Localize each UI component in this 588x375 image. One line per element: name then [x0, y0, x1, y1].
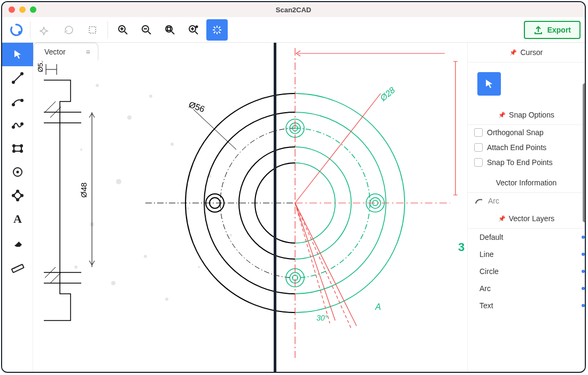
bezier-tool-button[interactable]: [2, 113, 33, 137]
svg-point-40: [230, 234, 232, 236]
svg-point-18: [20, 150, 22, 152]
svg-point-8: [12, 81, 14, 83]
svg-point-36: [165, 298, 168, 301]
label-a: A: [375, 302, 381, 311]
line-tool-button[interactable]: [2, 66, 33, 90]
svg-point-9: [21, 73, 23, 75]
zoom-fit-button[interactable]: [159, 19, 181, 41]
pin-icon[interactable]: 📌: [498, 112, 506, 119]
vector-info-arc: Arc: [468, 193, 585, 209]
close-icon[interactable]: [9, 6, 15, 13]
vector-info-header: Vector Information: [468, 173, 585, 193]
svg-rect-52: [274, 43, 276, 372]
cursor-select-button[interactable]: [477, 72, 501, 96]
svg-point-4: [166, 26, 172, 32]
tab-label: Vector: [44, 48, 66, 56]
app-logo-icon[interactable]: [6, 20, 26, 40]
circle-tool-button[interactable]: [2, 160, 33, 184]
svg-point-38: [74, 265, 78, 269]
rectangle-tool-button[interactable]: [2, 137, 33, 160]
zoom-out-button[interactable]: [136, 19, 157, 41]
text-tool-button[interactable]: A: [2, 207, 33, 231]
snap-orthogonal-checkbox[interactable]: Orthogonal Snap: [468, 125, 585, 140]
dim-28-label: Ø28: [378, 85, 397, 103]
dim-48-label: Ø48: [79, 183, 88, 198]
measure-tool-button[interactable]: [2, 254, 33, 278]
svg-point-26: [96, 84, 99, 87]
svg-point-27: [127, 115, 131, 120]
scrollbar[interactable]: [583, 83, 585, 222]
select-tool-button[interactable]: [2, 43, 33, 66]
svg-point-22: [21, 194, 23, 197]
zoom-in-button[interactable]: [112, 19, 134, 41]
title-bar: Scan2CAD: [2, 2, 585, 17]
snap-attach-endpoints-checkbox[interactable]: Attach End Points: [468, 140, 585, 155]
svg-point-20: [17, 171, 19, 173]
export-button[interactable]: Export: [524, 21, 581, 39]
tab-vector[interactable]: Vector ≡: [33, 43, 98, 60]
pin-icon[interactable]: 📌: [498, 215, 506, 222]
svg-point-34: [187, 207, 189, 209]
sparkle-tool-button[interactable]: [35, 19, 56, 41]
pin-icon[interactable]: 📌: [509, 49, 517, 56]
layer-default[interactable]: Default: [468, 229, 585, 246]
label-3: 3: [458, 240, 465, 254]
snap-panel-header: 📌 Snap Options: [468, 105, 585, 125]
svg-point-15: [13, 145, 15, 147]
polygon-tool-button[interactable]: [2, 184, 33, 207]
maximize-icon[interactable]: [30, 6, 36, 13]
refresh-button[interactable]: [58, 19, 80, 41]
svg-point-13: [21, 123, 23, 125]
svg-point-24: [12, 194, 14, 197]
tab-menu-icon[interactable]: ≡: [86, 48, 90, 56]
drawing-canvas[interactable]: Ø5.3 Ø48: [33, 43, 467, 372]
svg-point-28: [80, 149, 82, 151]
svg-point-35: [111, 281, 115, 285]
svg-point-31: [171, 143, 174, 146]
crop-button[interactable]: [82, 19, 103, 41]
svg-point-29: [149, 95, 152, 98]
angle-30-label: 30°: [316, 314, 328, 322]
svg-point-7: [196, 26, 198, 27]
top-toolbar: Export: [2, 17, 585, 43]
right-panel: 📌 Cursor 📌 Snap Options Orthogonal Snap …: [467, 43, 585, 372]
process-button[interactable]: [206, 19, 228, 41]
snap-to-endpoints-checkbox[interactable]: Snap To End Points: [468, 155, 585, 170]
left-tool-palette: A: [2, 43, 33, 372]
zoom-region-button[interactable]: [183, 19, 204, 41]
svg-point-16: [20, 145, 22, 147]
svg-point-17: [13, 150, 15, 152]
layers-panel-header: 📌 Vector Layers: [468, 209, 585, 229]
export-label: Export: [547, 26, 571, 34]
app-title: Scan2CAD: [276, 6, 311, 14]
svg-point-11: [21, 99, 23, 101]
svg-point-21: [17, 190, 19, 192]
svg-point-12: [12, 126, 14, 128]
svg-point-10: [12, 104, 14, 106]
minimize-icon[interactable]: [19, 6, 26, 13]
layer-arc[interactable]: Arc: [468, 280, 585, 297]
svg-rect-5: [167, 27, 171, 30]
svg-point-23: [17, 199, 19, 201]
layer-line[interactable]: Line: [468, 246, 585, 263]
svg-rect-25: [12, 264, 24, 273]
svg-point-0: [18, 31, 21, 34]
layer-circle[interactable]: Circle: [468, 263, 585, 280]
cursor-panel-header: 📌 Cursor: [468, 43, 585, 62]
svg-point-33: [144, 255, 147, 258]
dim-56-label: Ø56: [188, 100, 206, 114]
layer-text[interactable]: Text: [468, 297, 585, 314]
svg-rect-1: [89, 27, 96, 33]
arc-tool-button[interactable]: [2, 90, 33, 113]
svg-point-30: [116, 179, 121, 184]
eraser-tool-button[interactable]: [2, 231, 33, 254]
svg-point-37: [198, 266, 200, 268]
